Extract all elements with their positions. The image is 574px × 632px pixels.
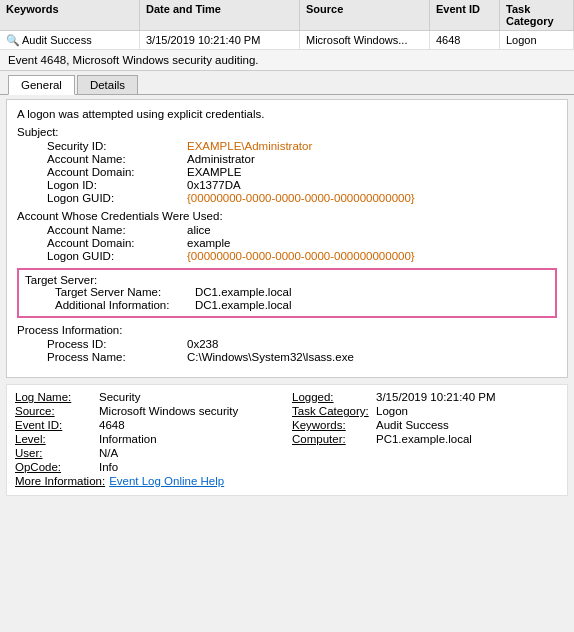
meta-source-value: Microsoft Windows security (99, 405, 238, 417)
process-title: Process Information: (17, 324, 557, 336)
subject-account-name: Account Name: Administrator (17, 153, 557, 165)
meta-level-value: Information (99, 433, 157, 445)
process-name-value: C:\Windows\System32\lsass.exe (187, 351, 354, 363)
subject-logon-id-label: Logon ID: (47, 179, 187, 191)
target-server-section: Target Server: Target Server Name: DC1.e… (17, 268, 557, 318)
account-logon-guid-value: {00000000-0000-0000-0000-000000000000} (187, 250, 415, 262)
process-section: Process Information: Process ID: 0x238 P… (17, 324, 557, 363)
subject-logon-guid: Logon GUID: {00000000-0000-0000-0000-000… (17, 192, 557, 204)
intro-section: A logon was attempted using explicit cre… (17, 108, 557, 120)
meta-more-info: More Information: Event Log Online Help (15, 475, 559, 487)
meta-logged-label: Logged: (292, 391, 372, 403)
account-domain-value: example (187, 237, 230, 249)
subject-title: Subject: (17, 126, 557, 138)
subject-account-domain: Account Domain: EXAMPLE (17, 166, 557, 178)
meta-source-label: Source: (15, 405, 95, 417)
target-additional-info-label: Additional Information: (55, 299, 195, 311)
meta-keywords-label: Keywords: (292, 419, 372, 431)
subject-account-name-label: Account Name: (47, 153, 187, 165)
meta-source: Source: Microsoft Windows security (15, 405, 282, 417)
cell-source: Microsoft Windows... (300, 31, 430, 49)
subject-logon-guid-label: Logon GUID: (47, 192, 187, 204)
process-id-label: Process ID: (47, 338, 187, 350)
meta-event-id: Event ID: 4648 (15, 419, 282, 431)
target-additional-info: Additional Information: DC1.example.loca… (25, 299, 549, 311)
event-log-online-help-link[interactable]: Event Log Online Help (109, 475, 224, 487)
meta-computer-label: Computer: (292, 433, 372, 445)
account-name: Account Name: alice (17, 224, 557, 236)
meta-keywords: Keywords: Audit Success (292, 419, 559, 431)
meta-computer: Computer: PC1.example.local (292, 433, 559, 445)
meta-log-name-label: Log Name: (15, 391, 95, 403)
subject-account-domain-label: Account Domain: (47, 166, 187, 178)
account-logon-guid: Logon GUID: {00000000-0000-0000-0000-000… (17, 250, 557, 262)
cell-taskcategory: Logon (500, 31, 574, 49)
col-taskcategory: Task Category (500, 0, 574, 30)
meta-opcode: OpCode: Info (15, 461, 282, 473)
search-icon: 🔍 (6, 34, 18, 46)
subject-account-name-value: Administrator (187, 153, 255, 165)
cell-keywords: 🔍 Audit Success (0, 31, 140, 49)
target-server-name-value: DC1.example.local (195, 286, 292, 298)
process-id-value: 0x238 (187, 338, 218, 350)
meta-user: User: N/A (15, 447, 282, 459)
account-domain: Account Domain: example (17, 237, 557, 249)
meta-computer-value: PC1.example.local (376, 433, 472, 445)
account-name-value: alice (187, 224, 211, 236)
meta-logged-value: 3/15/2019 10:21:40 PM (376, 391, 496, 403)
target-server-name: Target Server Name: DC1.example.local (25, 286, 549, 298)
target-additional-info-value: DC1.example.local (195, 299, 292, 311)
account-name-label: Account Name: (47, 224, 187, 236)
col-keywords: Keywords (0, 0, 140, 30)
cell-datetime: 3/15/2019 10:21:40 PM (140, 31, 300, 49)
table-row[interactable]: 🔍 Audit Success 3/15/2019 10:21:40 PM Mi… (0, 31, 574, 50)
meta-user-label: User: (15, 447, 95, 459)
process-id: Process ID: 0x238 (17, 338, 557, 350)
account-domain-label: Account Domain: (47, 237, 187, 249)
cell-eventid: 4648 (430, 31, 500, 49)
meta-keywords-value: Audit Success (376, 419, 449, 431)
subject-security-id-value: EXAMPLE\Administrator (187, 140, 312, 152)
meta-task-category: Task Category: Logon (292, 405, 559, 417)
tab-general[interactable]: General (8, 75, 75, 95)
meta-level: Level: Information (15, 433, 282, 445)
keywords-value: Audit Success (22, 34, 92, 46)
subject-security-id-label: Security ID: (47, 140, 187, 152)
target-server-title: Target Server: (25, 274, 549, 286)
subject-section: Subject: Security ID: EXAMPLE\Administra… (17, 126, 557, 204)
meta-opcode-value: Info (99, 461, 118, 473)
meta-user-value: N/A (99, 447, 118, 459)
tab-bar: General Details (0, 71, 574, 95)
event-description: Event 4648, Microsoft Windows security a… (0, 50, 574, 71)
account-logon-guid-label: Logon GUID: (47, 250, 187, 262)
meta-more-info-label: More Information: (15, 475, 105, 487)
meta-grid: Log Name: Security Source: Microsoft Win… (15, 391, 559, 475)
subject-logon-id-value: 0x1377DA (187, 179, 241, 191)
meta-task-category-label: Task Category: (292, 405, 372, 417)
subject-logon-id: Logon ID: 0x1377DA (17, 179, 557, 191)
subject-logon-guid-value: {00000000-0000-0000-0000-000000000000} (187, 192, 415, 204)
subject-account-domain-value: EXAMPLE (187, 166, 241, 178)
meta-event-id-value: 4648 (99, 419, 125, 431)
meta-event-id-label: Event ID: (15, 419, 95, 431)
process-name: Process Name: C:\Windows\System32\lsass.… (17, 351, 557, 363)
meta-task-category-value: Logon (376, 405, 408, 417)
col-eventid: Event ID (430, 0, 500, 30)
meta-opcode-label: OpCode: (15, 461, 95, 473)
col-source: Source (300, 0, 430, 30)
table-header: Keywords Date and Time Source Event ID T… (0, 0, 574, 31)
meta-log-name-value: Security (99, 391, 141, 403)
subject-security-id: Security ID: EXAMPLE\Administrator (17, 140, 557, 152)
intro-text: A logon was attempted using explicit cre… (17, 108, 557, 120)
account-section: Account Whose Credentials Were Used: Acc… (17, 210, 557, 262)
metadata-panel: Log Name: Security Source: Microsoft Win… (6, 384, 568, 496)
target-server-name-label: Target Server Name: (55, 286, 195, 298)
account-title: Account Whose Credentials Were Used: (17, 210, 557, 222)
meta-level-label: Level: (15, 433, 95, 445)
detail-panel: A logon was attempted using explicit cre… (6, 99, 568, 378)
process-name-label: Process Name: (47, 351, 187, 363)
meta-logged: Logged: 3/15/2019 10:21:40 PM (292, 391, 559, 403)
col-datetime: Date and Time (140, 0, 300, 30)
tab-details[interactable]: Details (77, 75, 138, 94)
meta-log-name: Log Name: Security (15, 391, 282, 403)
